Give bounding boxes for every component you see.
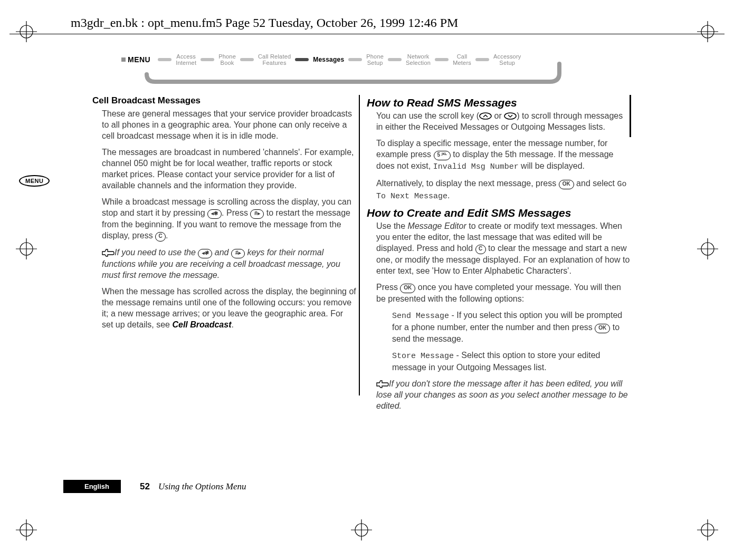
body-text: Use the Message Editor to create or modi…: [376, 220, 631, 276]
column-divider: [359, 95, 360, 395]
ok-key-icon: OK: [559, 180, 574, 189]
option-store-message: Store Message - Select this option to st…: [392, 350, 631, 373]
header-rule: [9, 34, 725, 34]
hash-key-icon: #▸: [231, 249, 245, 258]
crop-mark-icon: [16, 519, 37, 540]
right-column: How to Read SMS Messages You can use the…: [367, 95, 631, 417]
body-text: To display a specific message, enter the…: [376, 138, 631, 172]
note-text: If you need to use the ◂✱ and #▸ keys fo…: [102, 247, 356, 281]
crumb-network-selection: NetworkSelection: [404, 53, 433, 66]
body-text: You can use the scroll key ( or ) to scr…: [376, 110, 631, 132]
body-text: The messages are broadcast in numbered '…: [102, 147, 356, 191]
body-text: While a broadcast message is scrolling a…: [102, 196, 356, 242]
section-title: Using the Options Menu: [158, 481, 246, 492]
scroll-up-key-icon: [479, 111, 492, 120]
pointing-hand-icon: [102, 248, 115, 257]
body-text: When the message has scrolled across the…: [102, 286, 356, 330]
ok-key-icon: OK: [400, 284, 415, 293]
body-text: Alternatively, to display the next messa…: [376, 178, 631, 202]
heading-read-sms: How to Read SMS Messages: [367, 97, 631, 108]
language-badge: English: [63, 480, 121, 493]
hash-key-icon: #▸: [250, 209, 264, 219]
menu-breadcrumb: MENU AccessInternet PhoneBook Call Relat…: [121, 50, 580, 87]
crumb-phone-book: PhoneBook: [216, 53, 238, 66]
crumb-phone-setup: PhoneSetup: [364, 53, 386, 66]
crumb-access-internet: AccessInternet: [174, 53, 198, 66]
crop-mark-icon: [697, 519, 718, 540]
five-key-icon: 5 ᴶᴷᴸ: [434, 151, 451, 160]
crop-mark-icon: [16, 21, 37, 42]
note-text: If you don't store the message after it …: [376, 378, 631, 411]
crop-mark-icon: [697, 238, 718, 259]
c-key-icon: C: [155, 232, 166, 242]
c-key-icon: C: [475, 245, 486, 254]
left-column: Cell Broadcast Messages These are genera…: [92, 95, 356, 335]
crumb-messages: Messages: [311, 56, 346, 63]
star-key-icon: ◂✱: [207, 209, 222, 219]
page-number: 52: [140, 481, 150, 492]
menu-pill-icon: MENU: [19, 176, 50, 185]
crumb-call-related: Call RelatedFeatures: [256, 53, 293, 66]
framemaker-header: m3gdr_en.bk : opt_menu.fm5 Page 52 Tuesd…: [71, 16, 458, 30]
heading-create-sms: How to Create and Edit SMS Messages: [367, 207, 631, 218]
option-send-message: Send Message - If you select this option…: [392, 310, 631, 344]
svg-point-21: [480, 113, 491, 119]
crop-mark-icon: [351, 519, 372, 540]
star-key-icon: ◂✱: [198, 249, 212, 258]
crumb-call-meters: CallMeters: [451, 53, 473, 66]
ok-key-icon: OK: [595, 324, 610, 333]
crop-mark-icon: [16, 238, 37, 259]
svg-point-22: [504, 113, 516, 119]
menu-label: MENU: [121, 55, 150, 64]
scroll-down-key-icon: [504, 111, 517, 120]
crumb-accessory-setup: AccessorySetup: [491, 53, 523, 66]
pointing-hand-icon: [376, 379, 389, 388]
crop-mark-icon: [697, 21, 718, 42]
body-text: Press OK once you have completed your me…: [376, 282, 631, 304]
page-footer: English 52 Using the Options Menu: [63, 480, 246, 493]
heading-cell-broadcast: Cell Broadcast Messages: [92, 95, 356, 106]
body-text: These are general messages that your ser…: [102, 108, 356, 141]
